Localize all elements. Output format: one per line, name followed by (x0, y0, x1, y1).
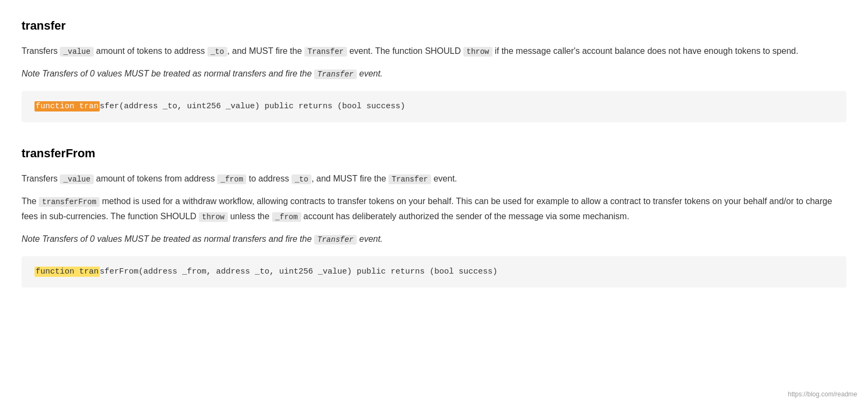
transferfrom-note: Note Transfers of 0 values MUST be treat… (22, 232, 846, 247)
transfer-code-highlight-orange: function tran (34, 101, 100, 111)
transfer-section: transfer Transfers _value amount of toke… (22, 16, 846, 122)
transferfrom-method-code: transferFrom (39, 197, 100, 207)
transfer-note: Note Transfers of 0 values MUST be treat… (22, 66, 846, 81)
transfer-event-code-1: Transfer (304, 47, 347, 57)
transfer-description: Transfers _value amount of tokens to add… (22, 44, 846, 59)
transferfrom-code-block: function transferFrom(address _from, add… (22, 256, 846, 288)
transfer-event-code-note2: Transfer (314, 235, 357, 245)
transferfrom-code-highlight-yellow: function tran (34, 267, 100, 277)
from-code-2: _from (272, 212, 301, 222)
throw-code-1: throw (463, 47, 492, 57)
transferfrom-section: transferFrom Transfers _value amount of … (22, 144, 846, 288)
transfer-title: transfer (22, 16, 846, 35)
value-code-1: _value (60, 47, 93, 57)
transfer-event-code-note1: Transfer (314, 69, 357, 79)
throw-code-2: throw (199, 212, 228, 222)
note-italic-1: Note (22, 69, 40, 78)
value-code-2: _value (60, 174, 93, 184)
from-code-1: _from (217, 174, 246, 184)
transferfrom-title: transferFrom (22, 144, 846, 163)
transfer-code-block: function transfer(address _to, uint256 _… (22, 91, 846, 123)
transferfrom-detail: The transferFrom method is used for a wi… (22, 194, 846, 224)
note-italic-2: Note (22, 234, 40, 243)
transferfrom-description: Transfers _value amount of tokens from a… (22, 171, 846, 186)
transfer-event-code-2: Transfer (388, 174, 431, 184)
to-code-2: _to (291, 174, 311, 184)
to-code-1: _to (207, 47, 227, 57)
transferfrom-code-rest: sferFrom(address _from, address _to, uin… (100, 267, 497, 276)
transfer-code-rest: sfer(address _to, uint256 _value) public… (100, 102, 405, 111)
